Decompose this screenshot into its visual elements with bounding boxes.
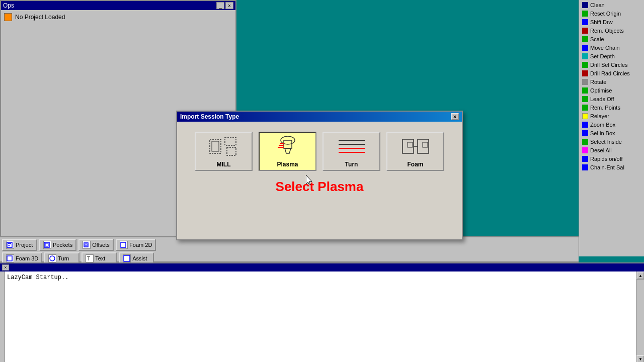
toolbar-row-1: Project Pockets Offsets Foam 2D <box>2 239 577 251</box>
chain-ent-color <box>582 164 588 170</box>
sidebar-btn-rapids[interactable]: Rapids on/off <box>580 155 643 163</box>
project-btn-label: Project <box>16 242 33 248</box>
ops-titlebar: Ops _ × <box>1 1 235 10</box>
drill-rad-label: Drill Rad Circles <box>590 70 630 76</box>
ops-minimize-btn[interactable]: _ <box>216 2 224 9</box>
plasma-icon <box>273 135 303 159</box>
rapids-color <box>582 156 588 162</box>
svg-rect-8 <box>7 256 12 261</box>
svg-rect-15 <box>227 147 236 155</box>
offsets-icon <box>83 241 91 249</box>
sidebar-btn-drill-sel[interactable]: Drill Sel Circles <box>580 61 643 69</box>
foam2d-icon <box>120 241 128 249</box>
console-close-btn[interactable]: × <box>2 264 9 270</box>
dialog-type-plasma[interactable]: Plasma <box>259 132 316 171</box>
svg-point-9 <box>50 256 55 261</box>
zoom-box-label: Zoom Box <box>590 122 615 128</box>
sidebar-btn-chain-ent[interactable]: Chain-Ent Sal <box>580 163 643 171</box>
select-inside-color <box>582 139 588 145</box>
sidebar-btn-sel-in-box[interactable]: Sel in Box <box>580 129 643 137</box>
svg-rect-11 <box>124 255 130 261</box>
optimise-color <box>582 87 588 94</box>
ops-title: Ops <box>3 2 14 9</box>
assist-icon <box>123 254 131 262</box>
clean-label: Clean <box>590 2 605 8</box>
assist-btn-label: Assist <box>132 255 147 261</box>
sidebar-btn-optimise[interactable]: Optimise <box>580 86 643 95</box>
sidebar-btn-reset-origin[interactable]: Reset Origin <box>580 10 643 18</box>
project-icon <box>4 13 12 21</box>
move-chain-color <box>582 45 588 51</box>
console-startup-text: LazyCam Startup.. <box>7 274 68 281</box>
pockets-btn[interactable]: Pockets <box>39 239 76 251</box>
plasma-label: Plasma <box>277 161 298 168</box>
sidebar-btn-select-inside[interactable]: Select Inside <box>580 138 643 146</box>
console-area: × LazyCam Startup.. ▲ ▼ <box>0 262 644 362</box>
project-btn[interactable]: Project <box>2 239 37 251</box>
svg-rect-13 <box>212 141 219 151</box>
svg-text:T: T <box>87 256 90 261</box>
console-titlebar: × <box>0 263 644 272</box>
ops-close-btn[interactable]: × <box>225 2 233 9</box>
reset-origin-color <box>582 11 588 17</box>
sidebar-btn-leads-off[interactable]: Leads Off <box>580 95 643 103</box>
sel-in-box-label: Sel in Box <box>590 130 615 136</box>
sidebar-btn-zoom-box[interactable]: Zoom Box <box>580 121 643 129</box>
scale-color <box>582 36 588 42</box>
right-sidebar: Clean Reset Origin Shift Drw Rem. Object… <box>579 0 644 256</box>
reset-origin-label: Reset Origin <box>590 11 621 17</box>
ops-content: No Project Loaded <box>1 10 235 24</box>
optimise-label: Optimise <box>590 87 612 94</box>
sidebar-btn-relayer[interactable]: Relayer <box>580 112 643 120</box>
rotate-color <box>582 79 588 85</box>
svg-rect-28 <box>418 139 429 153</box>
sidebar-btn-move-chain[interactable]: Move Chain <box>580 44 643 52</box>
dialog-type-foam[interactable]: Foam <box>386 132 444 171</box>
sidebar-btn-set-depth[interactable]: Set Depth <box>580 52 643 60</box>
sidebar-btn-rotate[interactable]: Rotate <box>580 78 643 86</box>
svg-rect-4 <box>45 243 48 246</box>
drill-sel-label: Drill Sel Circles <box>590 62 628 68</box>
pockets-btn-label: Pockets <box>53 242 72 248</box>
svg-rect-1 <box>8 243 11 244</box>
dialog-close-btn[interactable]: × <box>451 113 459 120</box>
console-content: LazyCam Startup.. ▲ ▼ <box>0 272 644 362</box>
svg-rect-26 <box>403 139 414 153</box>
dialog-title: Import Session Type <box>180 113 239 120</box>
turn-icon <box>48 254 56 262</box>
leads-off-label: Leads Off <box>590 96 614 102</box>
project-icon <box>6 241 14 249</box>
text-icon: T <box>86 254 94 262</box>
foam-icon <box>400 135 431 159</box>
dialog-type-mill[interactable]: MILL <box>195 132 253 171</box>
set-depth-label: Set Depth <box>590 53 615 59</box>
leads-off-color <box>582 96 588 102</box>
sidebar-btn-drill-rad[interactable]: Drill Rad Circles <box>580 69 643 77</box>
dialog-select-text: Select Plasma <box>276 179 364 195</box>
console-right-scrollbar[interactable]: ▲ ▼ <box>636 272 644 362</box>
svg-rect-6 <box>85 244 87 246</box>
foam3d-icon <box>6 254 14 262</box>
offsets-btn[interactable]: Offsets <box>78 239 114 251</box>
rem-points-label: Rem. Points <box>590 105 620 111</box>
foam2d-btn[interactable]: Foam 2D <box>116 239 156 251</box>
drill-rad-color <box>582 70 588 76</box>
svg-rect-2 <box>8 245 10 246</box>
sidebar-btn-rem-objects[interactable]: Rem. Objects <box>580 27 643 35</box>
offsets-btn-label: Offsets <box>92 242 110 248</box>
svg-marker-18 <box>285 148 291 153</box>
dialog-type-turn[interactable]: Turn <box>323 132 380 171</box>
turn-btn-label: Turn <box>58 255 69 261</box>
zoom-box-color <box>582 122 588 128</box>
console-left-scrollbar[interactable] <box>0 272 5 362</box>
sidebar-btn-shift-drw[interactable]: Shift Drw <box>580 18 643 26</box>
rotate-label: Rotate <box>590 79 606 85</box>
console-scroll-up[interactable]: ▲ <box>636 272 644 280</box>
sidebar-btn-desel-all[interactable]: Desel All <box>580 146 643 154</box>
clean-color <box>582 2 588 8</box>
console-scroll-down[interactable]: ▼ <box>636 355 644 362</box>
sidebar-btn-scale[interactable]: Scale <box>580 35 643 43</box>
sidebar-btn-rem-points[interactable]: Rem. Points <box>580 104 643 112</box>
set-depth-color <box>582 53 588 59</box>
sidebar-btn-clean[interactable]: Clean <box>580 1 643 9</box>
